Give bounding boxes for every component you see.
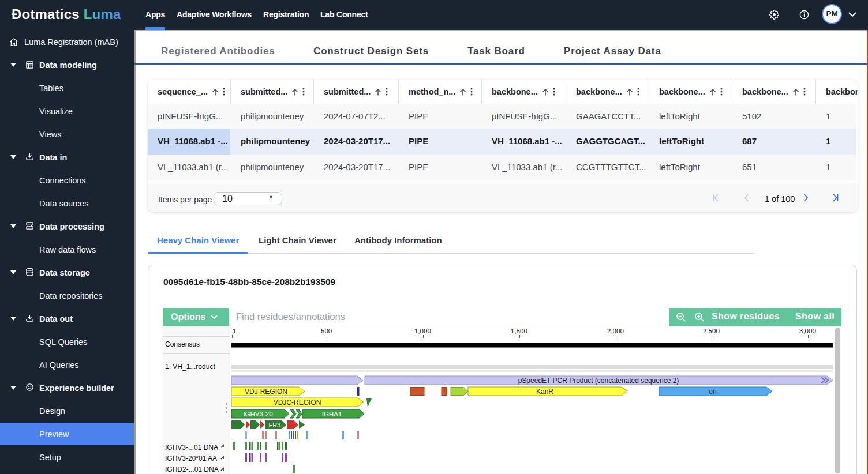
svg-text:FR3: FR3 xyxy=(269,422,281,428)
svg-text:IGHV3-20: IGHV3-20 xyxy=(243,411,272,417)
svg-text:IGHA1: IGHA1 xyxy=(322,411,342,417)
svg-text:ori: ori xyxy=(709,388,716,396)
svg-text:VDJC-REGION: VDJC-REGION xyxy=(274,398,321,407)
svg-text:VDJ-REGION: VDJ-REGION xyxy=(245,388,287,396)
svg-text:KanR: KanR xyxy=(536,388,553,396)
svg-text:pSpeedET PCR Product (concaten: pSpeedET PCR Product (concatenated seque… xyxy=(518,377,679,385)
